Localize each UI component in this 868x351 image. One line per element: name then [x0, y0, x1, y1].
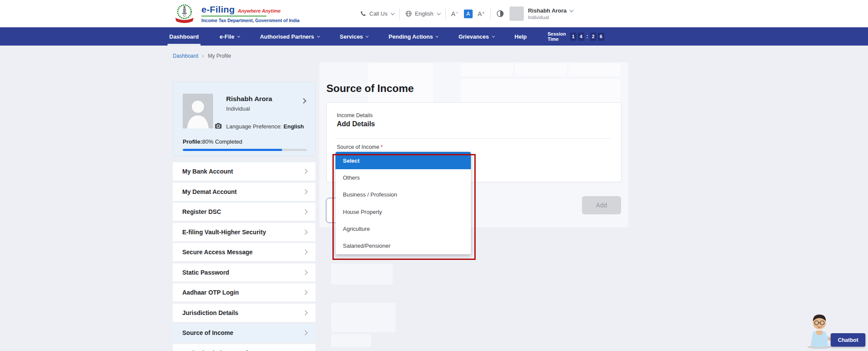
- language-label: English: [415, 10, 434, 17]
- breadcrumb-separator: ›: [202, 52, 204, 59]
- sidebar-item-label: My Demat Account: [182, 188, 237, 195]
- breadcrumb: Dashboard › My Profile: [173, 52, 231, 59]
- required-asterisk: *: [381, 144, 383, 150]
- call-us-label: Call Us: [369, 10, 388, 17]
- language-menu[interactable]: English: [405, 10, 440, 17]
- ghost-rect: [461, 79, 621, 104]
- language-preference-value: English: [283, 123, 304, 130]
- sidebar-item-label: Secure Access Message: [182, 249, 253, 256]
- nav-items: Dashboarde-FileAuthorised PartnersServic…: [169, 33, 548, 40]
- dropdown-option-house-property[interactable]: House Property: [335, 203, 471, 220]
- sidebar-item-my-demat-account[interactable]: My Demat Account: [173, 183, 316, 201]
- language-preference: Language Preference: English: [226, 123, 304, 130]
- sidebar-item-secure-access-message[interactable]: Secure Access Message: [173, 243, 316, 261]
- profile-detail-chevron[interactable]: [302, 97, 306, 105]
- nav-item-label: Dashboard: [169, 33, 199, 40]
- dropdown-option-agriculture[interactable]: Agriculture: [335, 220, 471, 237]
- nav-item-dashboard[interactable]: Dashboard: [169, 33, 199, 40]
- profile-progress-text: Profile:80% Completed: [183, 138, 242, 145]
- nav-item-label: Pending Actions: [388, 33, 433, 40]
- nav-item-pending-actions[interactable]: Pending Actions: [388, 33, 437, 40]
- ghost-rect: [331, 303, 395, 332]
- emblem-logo: [174, 3, 195, 24]
- call-us-menu[interactable]: Call Us: [360, 10, 394, 17]
- sidebar-item-e-filing-vault-higher-security[interactable]: E-filing Vault-Higher Security: [173, 223, 316, 241]
- sidebar-item-my-bank-account[interactable]: My Bank Account: [173, 162, 316, 180]
- dropdown-option-salaried-pensioner[interactable]: Salaried/Pensioner: [335, 237, 471, 254]
- user-menu[interactable]: Rishabh Arora Individual: [510, 7, 572, 21]
- profile-progress-fill: [183, 149, 282, 151]
- page: e-Filing Anywhere Anytime Income Tax Dep…: [0, 0, 868, 351]
- session-timer: Session Time 14:26: [548, 31, 604, 42]
- chevron-down-icon: [317, 34, 320, 37]
- chevron-right-icon: [302, 230, 307, 234]
- chevron-right-icon: [302, 310, 307, 315]
- nav-item-grievances[interactable]: Grievances: [458, 33, 493, 40]
- add-button[interactable]: Add: [582, 196, 621, 214]
- sidebar-item-source-of-income[interactable]: Source of Income: [173, 324, 316, 342]
- app-header: e-Filing Anywhere Anytime Income Tax Dep…: [0, 0, 868, 27]
- chevron-right-icon: [302, 249, 307, 254]
- nav-item-label: Help: [515, 33, 527, 40]
- chevron-right-icon: [302, 270, 307, 275]
- chevron-down-icon: [437, 11, 441, 15]
- session-time-label: Session Time: [548, 31, 566, 42]
- sidebar-item-label: Aadhaar OTP Login: [182, 289, 239, 296]
- ghost-rect: [515, 63, 567, 76]
- ghost-rect: [569, 63, 621, 76]
- profile-role: Individual: [226, 105, 250, 112]
- dropdown-option-business-profession[interactable]: Business / Profession: [335, 186, 471, 203]
- nav-item-services[interactable]: Services: [340, 33, 368, 40]
- divider: [399, 8, 400, 20]
- session-colon: :: [586, 33, 588, 39]
- chevron-down-icon: [436, 34, 439, 37]
- chatbot-button[interactable]: Chatbot: [831, 333, 865, 347]
- nav-item-label: e-File: [220, 33, 234, 40]
- nav-item-help[interactable]: Help: [515, 33, 527, 40]
- dropdown-option-select[interactable]: Select: [335, 152, 471, 169]
- sidebar-item-label: My Bank Account: [182, 168, 233, 175]
- session-digit: 1: [570, 33, 576, 41]
- logo-tagline: Anywhere Anytime: [238, 8, 281, 13]
- sidebar-item-authorised-signatory-for-income-tax[interactable]: Authorised Signatory for Income tax: [173, 344, 316, 351]
- profile-summary-card: Rishabh Arora Individual Language Prefer…: [173, 82, 316, 156]
- card-title: Add Details: [337, 120, 375, 128]
- ghost-rect: [461, 63, 513, 76]
- card-eyebrow: Income Details: [337, 112, 373, 118]
- chevron-right-icon: [302, 209, 307, 214]
- session-digit: 2: [590, 33, 596, 41]
- source-of-income-dropdown: SelectOthersBusiness / ProfessionHouse P…: [335, 152, 471, 254]
- chevron-right-icon: [302, 330, 307, 335]
- chatbot-avatar: [805, 312, 834, 349]
- chevron-down-icon: [237, 34, 240, 37]
- sidebar-item-register-dsc[interactable]: Register DSC: [173, 203, 316, 221]
- chatbot-widget[interactable]: Chatbot: [803, 312, 868, 349]
- contrast-icon[interactable]: [496, 10, 504, 17]
- font-normal-icon[interactable]: A: [464, 10, 473, 18]
- session-digit: 6: [598, 33, 604, 41]
- profile-sidebar: Rishabh Arora Individual Language Prefer…: [173, 82, 316, 351]
- sidebar-item-label: Register DSC: [182, 208, 221, 215]
- breadcrumb-current: My Profile: [208, 53, 231, 59]
- sidebar-item-jurisdiction-details[interactable]: Jurisdiction Details: [173, 304, 316, 322]
- dropdown-option-others[interactable]: Others: [335, 169, 471, 186]
- sidebar-item-label: Authorised Signatory for Income tax: [182, 350, 287, 351]
- profile-name: Rishabh Arora: [226, 95, 272, 103]
- card-divider: [337, 138, 611, 139]
- avatar-placeholder: [183, 94, 213, 128]
- font-increase-icon[interactable]: A⁺: [478, 10, 485, 17]
- session-digit: 4: [578, 33, 584, 41]
- nav-item-e-file[interactable]: e-File: [220, 33, 239, 40]
- divider: [490, 8, 491, 20]
- nav-item-label: Authorised Partners: [260, 33, 314, 40]
- divider: [445, 8, 446, 20]
- camera-icon[interactable]: [215, 123, 222, 129]
- sidebar-item-aadhaar-otp-login[interactable]: Aadhaar OTP Login: [173, 283, 316, 302]
- font-decrease-icon[interactable]: A⁻: [451, 10, 459, 17]
- source-of-income-label: Source of Income*: [337, 144, 383, 150]
- globe-icon: [405, 10, 412, 17]
- sidebar-item-static-password[interactable]: Static Password: [173, 263, 316, 282]
- logo-text: e-Filing Anywhere Anytime Income Tax Dep…: [201, 4, 299, 23]
- nav-item-authorised-partners[interactable]: Authorised Partners: [260, 33, 319, 40]
- breadcrumb-dashboard-link[interactable]: Dashboard: [173, 53, 198, 59]
